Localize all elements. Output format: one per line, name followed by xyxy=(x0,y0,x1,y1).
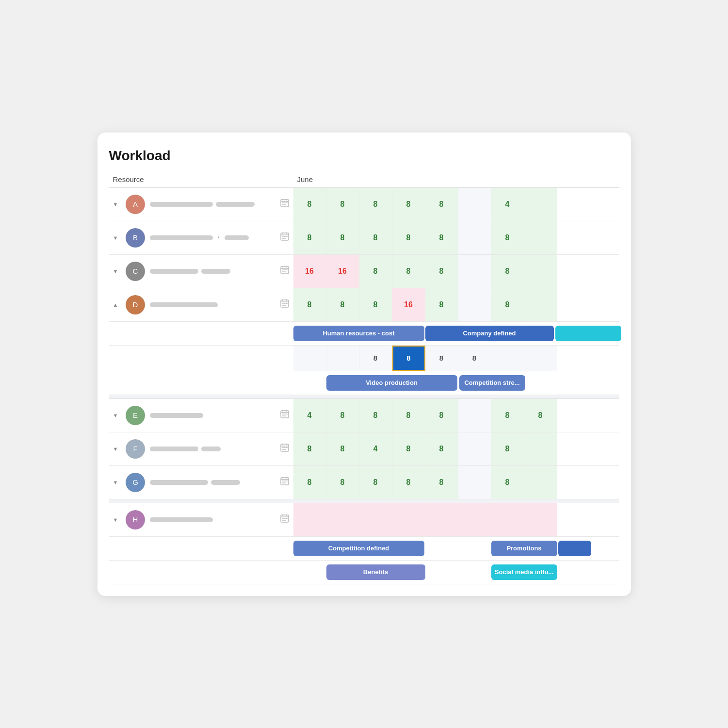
cell-r5-7[interactable]: 8 xyxy=(524,399,557,432)
cell-r3-5[interactable] xyxy=(458,255,491,288)
calendar-icon-r6[interactable] xyxy=(280,443,290,455)
sub-cell-0[interactable] xyxy=(293,346,326,371)
task-bar[interactable]: Social media influ... xyxy=(491,564,557,580)
cell-r6-3[interactable]: 8 xyxy=(392,432,425,465)
cell-r5-1[interactable]: 8 xyxy=(326,399,359,432)
cell-r8-1[interactable] xyxy=(326,503,359,536)
cell-r6-2[interactable]: 4 xyxy=(359,432,392,465)
sub-cell-2[interactable]: 8 xyxy=(359,346,392,371)
cell-r5-6[interactable]: 8 xyxy=(491,399,524,432)
cell-r4-1[interactable]: 8 xyxy=(326,288,359,321)
cell-r5-2[interactable]: 8 xyxy=(359,399,392,432)
task-bar[interactable] xyxy=(555,326,621,341)
cell-r4-0[interactable]: 8 xyxy=(293,288,326,321)
cell-r3-0[interactable]: 16 xyxy=(293,255,326,288)
cell-r7-6[interactable]: 8 xyxy=(491,466,524,499)
cell-r5-3[interactable]: 8 xyxy=(392,399,425,432)
task-bar[interactable]: Competition defined xyxy=(293,541,424,556)
cell-r8-4[interactable] xyxy=(425,503,458,536)
cell-r6-1[interactable]: 8 xyxy=(326,432,359,465)
sub-cell-4[interactable]: 8 xyxy=(425,346,458,371)
cell-r3-4[interactable]: 8 xyxy=(425,255,458,288)
expand-btn-r3[interactable]: ▼ xyxy=(113,268,121,274)
cell-r1-6[interactable]: 4 xyxy=(491,188,524,221)
calendar-icon-r4[interactable] xyxy=(280,298,290,311)
cell-r3-6[interactable]: 8 xyxy=(491,255,524,288)
cell-r8-6[interactable] xyxy=(491,503,524,536)
expand-btn-r6[interactable]: ▼ xyxy=(113,446,121,452)
task-bar[interactable]: Competition stre... xyxy=(459,375,525,391)
cell-r1-5[interactable] xyxy=(458,188,491,221)
calendar-icon-r5[interactable] xyxy=(280,409,290,421)
calendar-icon-r2[interactable] xyxy=(280,232,290,244)
cell-r4-5[interactable] xyxy=(458,288,491,321)
sub-cell-3[interactable]: 8 xyxy=(392,346,425,371)
cell-r5-0[interactable]: 4 xyxy=(293,399,326,432)
cell-r3-2[interactable]: 8 xyxy=(359,255,392,288)
expand-btn-r4[interactable]: ▲ xyxy=(113,302,121,308)
cell-r1-2[interactable]: 8 xyxy=(359,188,392,221)
cell-r8-3[interactable] xyxy=(392,503,425,536)
cell-r1-0[interactable]: 8 xyxy=(293,188,326,221)
cell-r8-5[interactable] xyxy=(458,503,491,536)
cell-r2-2[interactable]: 8 xyxy=(359,221,392,254)
cell-r4-7[interactable] xyxy=(524,288,557,321)
cell-r6-7[interactable] xyxy=(524,432,557,465)
cell-r3-7[interactable] xyxy=(524,255,557,288)
cell-r1-3[interactable]: 8 xyxy=(392,188,425,221)
expand-btn-r2[interactable]: ▼ xyxy=(113,235,121,241)
expand-btn-r1[interactable]: ▼ xyxy=(113,201,121,207)
sub-cell-5[interactable]: 8 xyxy=(458,346,491,371)
cell-r4-3[interactable]: 16 xyxy=(392,288,425,321)
cell-r7-3[interactable]: 8 xyxy=(392,466,425,499)
cell-r1-7[interactable] xyxy=(524,188,557,221)
cell-r2-6[interactable]: 8 xyxy=(491,221,524,254)
cell-r6-0[interactable]: 8 xyxy=(293,432,326,465)
calendar-icon-r1[interactable] xyxy=(280,198,290,210)
task-bar[interactable] xyxy=(558,541,591,556)
expand-btn-r8[interactable]: ▼ xyxy=(113,517,121,523)
cell-r5-5[interactable] xyxy=(458,399,491,432)
expand-btn-r7[interactable]: ▼ xyxy=(113,480,121,485)
cell-r3-3[interactable]: 8 xyxy=(392,255,425,288)
cell-r4-6[interactable]: 8 xyxy=(491,288,524,321)
cell-r8-7[interactable] xyxy=(524,503,557,536)
cell-r1-1[interactable]: 8 xyxy=(326,188,359,221)
section-divider xyxy=(109,395,619,399)
cell-r3-1[interactable]: 16 xyxy=(326,255,359,288)
cell-r2-5[interactable] xyxy=(458,221,491,254)
expand-btn-r5[interactable]: ▼ xyxy=(113,413,121,418)
task-bar[interactable]: Benefits xyxy=(326,564,425,580)
task-bar[interactable]: Human resources - cost xyxy=(293,326,424,341)
task-bar[interactable]: Company defined xyxy=(425,326,554,341)
cell-r7-0[interactable]: 8 xyxy=(293,466,326,499)
cell-r7-5[interactable] xyxy=(458,466,491,499)
calendar-icon-r7[interactable] xyxy=(280,476,290,488)
cell-r8-0[interactable] xyxy=(293,503,326,536)
sub-cell-6[interactable] xyxy=(491,346,524,371)
calendar-icon-r8[interactable] xyxy=(280,513,290,526)
cell-r6-4[interactable]: 8 xyxy=(425,432,458,465)
cell-r4-4[interactable]: 8 xyxy=(425,288,458,321)
cell-r6-6[interactable]: 8 xyxy=(491,432,524,465)
cell-r2-1[interactable]: 8 xyxy=(326,221,359,254)
cell-r7-4[interactable]: 8 xyxy=(425,466,458,499)
cell-r8-2[interactable] xyxy=(359,503,392,536)
cell-r7-1[interactable]: 8 xyxy=(326,466,359,499)
sub-cell-7[interactable] xyxy=(524,346,557,371)
cell-r2-4[interactable]: 8 xyxy=(425,221,458,254)
task-bar[interactable]: Promotions xyxy=(491,541,557,556)
cell-r2-7[interactable] xyxy=(524,221,557,254)
cell-r6-5[interactable] xyxy=(458,432,491,465)
cell-r7-7[interactable] xyxy=(524,466,557,499)
svg-rect-31 xyxy=(282,271,284,272)
cell-r2-3[interactable]: 8 xyxy=(392,221,425,254)
cell-r4-2[interactable]: 8 xyxy=(359,288,392,321)
cell-r2-0[interactable]: 8 xyxy=(293,221,326,254)
task-bar[interactable]: Video production xyxy=(326,375,457,391)
sub-cell-1[interactable] xyxy=(326,346,359,371)
calendar-icon-r3[interactable] xyxy=(280,265,290,277)
cell-r1-4[interactable]: 8 xyxy=(425,188,458,221)
cell-r7-2[interactable]: 8 xyxy=(359,466,392,499)
cell-r5-4[interactable]: 8 xyxy=(425,399,458,432)
